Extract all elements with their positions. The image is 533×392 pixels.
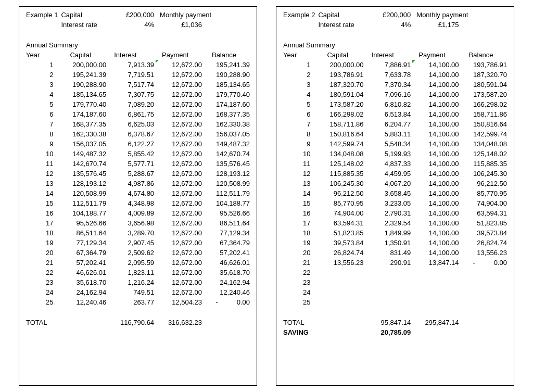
- year-cell: 7: [24, 119, 59, 129]
- year-cell: 11: [24, 159, 59, 169]
- monthly-payment-label: Monthly payment: [412, 10, 509, 20]
- year-cell: 16: [24, 208, 59, 218]
- interest-cell: 5,883.11: [365, 129, 413, 139]
- capital-cell: 134,048.08: [316, 149, 365, 159]
- year-cell: 13: [24, 179, 59, 188]
- table-row: 24: [282, 287, 509, 297]
- payment-cell: [412, 268, 460, 277]
- table-row: 15 112,511.79 4,348.98 12,672.00 104,188…: [24, 198, 251, 208]
- payment-cell: 12,672.00: [156, 149, 204, 159]
- balance-cell: 187,320.70: [461, 70, 509, 80]
- table-row: 21 57,202.41 2,095.59 12,672.00 46,626.0…: [24, 258, 251, 268]
- balance-cell: 135,576.45: [204, 159, 251, 169]
- payment-cell: 12,672.00: [156, 109, 204, 119]
- year-cell: 3: [282, 80, 316, 90]
- year-cell: 1: [282, 60, 316, 70]
- monthly-payment-value: £1,175: [412, 20, 460, 30]
- annual-summary-label: Annual Summary: [24, 40, 251, 50]
- balance-cell: 63,594.31: [461, 208, 509, 218]
- payment-cell: 12,672.00: [156, 188, 204, 198]
- capital-cell: 13,556.23: [316, 258, 365, 268]
- balance-cell: 149,487.32: [204, 139, 251, 149]
- year-cell: 21: [24, 258, 59, 268]
- balance-cell: 142,599.74: [461, 129, 509, 139]
- table-row: 1 200,000.00 7,886.91 14,100.00 193,786.…: [282, 60, 509, 70]
- balance-cell: 190,288.90: [204, 70, 251, 80]
- capital-cell: [316, 277, 365, 287]
- payment-cell: 14,100.00: [412, 169, 460, 179]
- interest-cell: 5,577.71: [108, 159, 156, 169]
- year-cell: 9: [282, 139, 316, 149]
- balance-cell: 120,508.99: [204, 179, 251, 188]
- payment-cell: 14,100.00: [412, 149, 460, 159]
- payment-cell: 12,672.00: [156, 258, 204, 268]
- year-cell: 20: [24, 248, 59, 258]
- saving-label: SAVING: [282, 327, 365, 337]
- table-row: 23 35,618.70 1,216.24 12,672.00 24,162.9…: [24, 277, 251, 287]
- payment-cell: 12,672.00: [156, 287, 204, 297]
- payment-cell: 12,672.00: [156, 99, 204, 109]
- table-row: 1 200,000.00 7,913.39 12,672.00 195,241.…: [24, 60, 251, 70]
- year-cell: 3: [24, 80, 59, 90]
- total-payment: 316,632.23: [156, 318, 204, 327]
- interest-cell: 2,790.31: [365, 208, 413, 218]
- capital-cell: 106,245.30: [316, 179, 365, 188]
- capital-cell: 200,000.00: [316, 60, 365, 70]
- year-cell: 20: [282, 248, 316, 258]
- balance-cell: 96,212.50: [461, 179, 509, 188]
- year-cell: 21: [282, 258, 316, 268]
- year-cell: 19: [24, 238, 59, 248]
- balance-cell: 115,885.35: [461, 159, 509, 169]
- balance-cell: 134,048.08: [461, 139, 509, 149]
- year-cell: 6: [282, 109, 316, 119]
- capital-cell: 104,188.77: [59, 208, 108, 218]
- balance-cell: 142,670.74: [204, 149, 251, 159]
- year-header: Year: [282, 50, 316, 60]
- capital-cell: 125,148.02: [316, 159, 365, 169]
- interest-cell: 4,009.89: [108, 208, 156, 218]
- interest-cell: 3,656.98: [108, 218, 156, 228]
- table-row: 8 162,330.38 6,378.67 12,672.00 156,037.…: [24, 129, 251, 139]
- interest-cell: 7,719.51: [108, 70, 156, 80]
- capital-cell: 46,626.01: [59, 268, 108, 277]
- capital-cell: 39,573.84: [316, 238, 365, 248]
- balance-cell: 166,298.02: [461, 99, 509, 109]
- balance-cell: 158,711.86: [461, 109, 509, 119]
- payment-cell: 14,100.00: [412, 228, 460, 238]
- payment-cell: 14,100.00: [412, 159, 460, 169]
- capital-cell: 173,587.20: [316, 99, 365, 109]
- interest-cell: 5,288.67: [108, 169, 156, 179]
- balance-cell: 51,823.85: [461, 218, 509, 228]
- interest-cell: 4,067.20: [365, 179, 413, 188]
- interest-header: Interest: [365, 50, 413, 60]
- year-cell: 23: [24, 277, 59, 287]
- total-label: TOTAL: [282, 318, 365, 327]
- balance-cell: [461, 287, 509, 297]
- example2-panel: Example 2 Capital £200,000 Monthly payme…: [276, 6, 514, 386]
- capital-cell: 168,377.35: [59, 119, 108, 129]
- balance-cell: 86,511.64: [204, 218, 251, 228]
- capital-cell: 158,711.86: [316, 119, 365, 129]
- capital-cell: 142,670.74: [59, 159, 108, 169]
- interest-cell: 4,837.33: [365, 159, 413, 169]
- column-headers: Year Capital Interest Payment Balance: [282, 50, 509, 60]
- payment-cell: 12,672.00: [156, 159, 204, 169]
- capital-cell: 179,770.40: [59, 99, 108, 109]
- payment-cell: 14,100.00: [412, 248, 460, 258]
- year-cell: 18: [282, 228, 316, 238]
- balance-cell: 12,240.46: [204, 287, 251, 297]
- capital-cell: 120,508.99: [59, 188, 108, 198]
- interest-cell: [365, 287, 413, 297]
- interest-cell: 6,625.03: [108, 119, 156, 129]
- monthly-payment-value: £1,036: [156, 20, 204, 30]
- interest-cell: 7,089.20: [108, 99, 156, 109]
- table-row: 17 95,526.66 3,656.98 12,672.00 86,511.6…: [24, 218, 251, 228]
- capital-cell: 95,526.66: [59, 218, 108, 228]
- table-row: 14 120,508.99 4,674.80 12,672.00 112,511…: [24, 188, 251, 198]
- year-cell: 10: [282, 149, 316, 159]
- interest-cell: 6,122.27: [108, 139, 156, 149]
- year-cell: 5: [282, 99, 316, 109]
- year-cell: 14: [282, 188, 316, 198]
- total-label: TOTAL: [24, 318, 108, 327]
- balance-cell: 193,786.91: [461, 60, 509, 70]
